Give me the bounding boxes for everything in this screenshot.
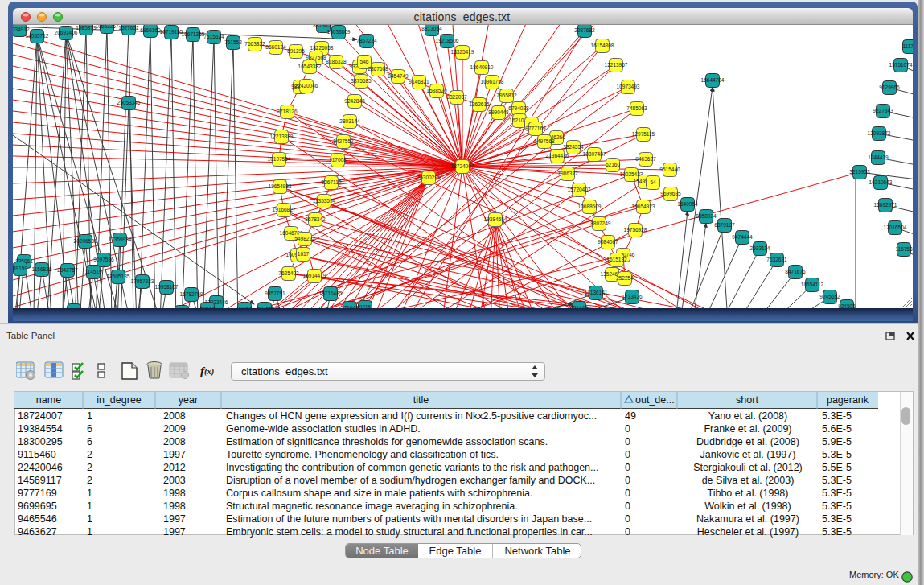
svg-text:924505: 924505: [838, 303, 856, 308]
svg-text:7485063: 7485063: [626, 105, 647, 111]
svg-text:9515440: 9515440: [659, 167, 680, 172]
svg-text:11353594: 11353594: [313, 198, 336, 204]
svg-text:15720407: 15720407: [568, 187, 591, 192]
svg-text:20206536: 20206536: [74, 238, 97, 244]
svg-text:7625402: 7625402: [278, 270, 299, 276]
svg-text:18807249: 18807249: [588, 220, 611, 226]
svg-text:6966160: 6966160: [140, 27, 161, 33]
svg-text:9146821: 9146821: [409, 79, 429, 84]
svg-text:97164: 97164: [237, 306, 252, 308]
svg-text:8990448: 8990448: [488, 109, 509, 115]
svg-text:17957223: 17957223: [131, 278, 154, 284]
svg-text:8267110: 8267110: [322, 179, 342, 185]
svg-text:252254: 252254: [616, 275, 634, 281]
svg-text:15716485: 15716485: [319, 290, 343, 296]
svg-text:10807487: 10807487: [583, 151, 606, 157]
svg-text:10719155: 10719155: [160, 29, 183, 35]
svg-text:9216: 9216: [359, 304, 372, 308]
svg-text:7632621: 7632621: [766, 257, 787, 262]
svg-text:6497568: 6497568: [534, 138, 555, 144]
svg-text:5498222: 5498222: [294, 236, 315, 241]
svg-text:8471676: 8471676: [785, 269, 806, 274]
svg-text:8660124: 8660124: [265, 44, 286, 50]
svg-text:8186328: 8186328: [326, 59, 347, 64]
svg-text:9034912: 9034912: [13, 27, 30, 32]
svg-text:9699695: 9699695: [660, 191, 681, 196]
svg-text:10961758: 10961758: [481, 79, 504, 84]
svg-text:14136141: 14136141: [585, 290, 608, 295]
svg-text:12975115: 12975115: [632, 131, 655, 137]
svg-text:891295: 891295: [287, 48, 305, 54]
svg-text:1527602: 1527602: [118, 25, 139, 31]
svg-text:2803144: 2803144: [339, 118, 360, 124]
svg-text:7986372: 7986372: [557, 171, 578, 176]
svg-text:8813051: 8813051: [313, 25, 334, 28]
svg-text:1985379: 1985379: [76, 25, 97, 31]
svg-text:19654923: 19654923: [632, 204, 655, 209]
svg-text:12213967: 12213967: [605, 62, 628, 68]
svg-text:16671355: 16671355: [182, 31, 205, 37]
svg-text:151440: 151440: [570, 305, 588, 308]
svg-text:917008: 917008: [329, 157, 347, 163]
svg-text:14055712: 14055712: [26, 33, 49, 39]
svg-text:10107554: 10107554: [268, 156, 291, 162]
svg-text:19654983: 19654983: [269, 183, 292, 189]
svg-text:15692971: 15692971: [874, 202, 897, 208]
svg-text:19384554: 19384554: [484, 216, 507, 222]
svg-text:10973493: 10973493: [617, 84, 640, 89]
svg-text:9245652: 9245652: [819, 294, 840, 299]
svg-text:546: 546: [360, 59, 369, 64]
svg-text:16033809: 16033809: [327, 29, 351, 35]
svg-text:10688609: 10688609: [578, 204, 602, 209]
svg-text:19166827: 19166827: [273, 207, 296, 212]
svg-text:11175: 11175: [902, 43, 913, 49]
svg-text:20691406: 20691406: [55, 30, 78, 35]
svg-text:8678342: 8678342: [305, 216, 326, 222]
svg-text:50514: 50514: [200, 306, 215, 308]
svg-text:3824554: 3824554: [563, 144, 584, 150]
svg-text:6879197: 6879197: [714, 222, 735, 228]
svg-text:25053346: 25053346: [117, 100, 141, 105]
svg-text:1615132: 1615132: [606, 257, 627, 262]
svg-text:7515524: 7515524: [203, 34, 224, 39]
svg-text:64: 64: [650, 179, 656, 185]
svg-text:13325419: 13325419: [451, 49, 474, 55]
svg-text:1362615: 1362615: [469, 101, 490, 107]
svg-text:9129966: 9129966: [879, 84, 900, 90]
svg-text:9474444: 9474444: [732, 234, 753, 240]
svg-text:21364436: 21364436: [546, 153, 569, 159]
svg-text:18640910: 18640910: [470, 64, 494, 70]
svg-text:(x): (x): [204, 367, 214, 377]
svg-text:7857224: 7857224: [356, 38, 377, 43]
svg-text:10654112: 10654112: [801, 282, 824, 287]
svg-text:3875685: 3875685: [351, 78, 372, 84]
svg-text:16543382: 16543382: [298, 64, 322, 69]
svg-text:9327508: 9327508: [306, 55, 326, 60]
svg-text:88121: 88121: [67, 307, 81, 308]
svg-text:16782759: 16782759: [180, 291, 203, 297]
svg-text:1588520: 1588520: [426, 88, 447, 93]
svg-text:6794028: 6794028: [508, 105, 529, 111]
svg-text:12213389: 12213389: [270, 134, 294, 139]
svg-text:116753: 116753: [895, 246, 913, 252]
svg-text:16154808: 16154808: [591, 43, 614, 48]
svg-text:10653267: 10653267: [96, 25, 119, 29]
svg-text:9463627: 9463627: [635, 156, 656, 162]
svg-text:15751074: 15751074: [889, 62, 913, 68]
svg-text:8322037: 8322037: [446, 94, 467, 100]
svg-text:17359934: 17359934: [109, 237, 132, 242]
svg-text:39159: 39159: [13, 266, 27, 271]
svg-text:8813054: 8813054: [421, 26, 442, 31]
svg-text:9097586: 9097586: [93, 257, 114, 262]
svg-text:2933114: 2933114: [750, 245, 770, 251]
svg-text:9084067: 9084067: [598, 239, 618, 245]
svg-text:8454749: 8454749: [388, 73, 409, 79]
svg-text:19218506: 19218506: [436, 38, 459, 43]
svg-text:7955812: 7955812: [496, 93, 517, 98]
svg-text:1156829: 1156829: [32, 266, 52, 272]
svg-text:22420046: 22420046: [295, 83, 318, 89]
svg-text:19756928: 19756928: [624, 227, 647, 233]
svg-text:12093872: 12093872: [868, 130, 891, 136]
svg-text:9777169: 9777169: [525, 126, 546, 131]
svg-text:16914479: 16914479: [303, 273, 326, 278]
